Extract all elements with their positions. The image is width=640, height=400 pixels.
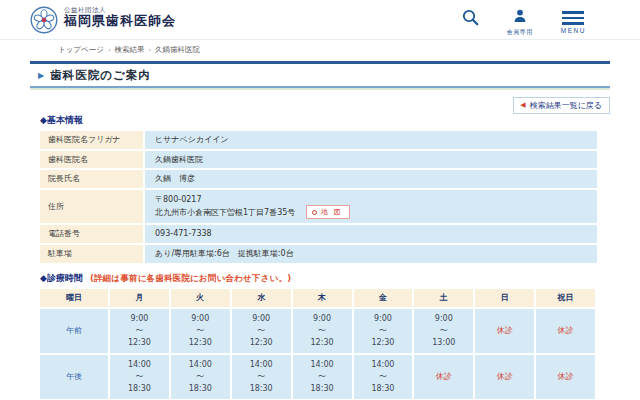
back-arrow-icon: ◀ bbox=[520, 102, 525, 109]
org-name: 福岡県歯科医師会 bbox=[64, 14, 176, 29]
schedule-cell-closed: 休診 bbox=[414, 355, 475, 400]
row-value: ヒサナベシカイイン bbox=[145, 131, 597, 151]
schedule-cell: 9:00〜13:00 bbox=[414, 309, 475, 355]
row-label: 住所 bbox=[40, 190, 145, 226]
schedule-cell: 9:00〜12:30 bbox=[110, 309, 171, 355]
title-arrow-icon: ▶ bbox=[38, 72, 44, 80]
table-row: 駐車場 あり/専用駐車場:6台 提携駐車場:0台 bbox=[40, 245, 597, 265]
breadcrumb-current: 久鍋歯科医院 bbox=[155, 45, 200, 54]
basic-info-table: 歯科医院名フリガナ ヒサナベシカイイン 歯科医院名 久鍋歯科医院 院長氏名 久鍋… bbox=[40, 131, 597, 265]
schedule-cell: 9:00〜12:30 bbox=[232, 309, 293, 355]
row-label: 歯科医院名フリガナ bbox=[40, 131, 145, 151]
member-area-button[interactable]: 会員専用 bbox=[507, 9, 533, 37]
title-bar: ▶ 歯科医院のご案内 bbox=[30, 61, 610, 88]
schedule-table: 曜日 月 火 水 木 金 土 日 祝日 午前 9:00〜12:30 9:00〜1… bbox=[40, 289, 597, 400]
schedule-cell: 14:00〜18:30 bbox=[171, 355, 232, 400]
map-button-label: 地 図 bbox=[321, 207, 343, 217]
row-value: 久鍋 博彦 bbox=[145, 170, 597, 190]
breadcrumb-separator: › bbox=[108, 46, 111, 54]
column-header: 金 bbox=[354, 289, 415, 309]
menu-button[interactable]: MENU bbox=[561, 9, 586, 34]
schedule-heading-label: ◆診療時間 bbox=[40, 272, 83, 285]
column-header: 日 bbox=[475, 289, 536, 309]
breadcrumb-separator: › bbox=[149, 46, 152, 54]
site-header: 公益社団法人 福岡県歯科医師会 bbox=[0, 0, 640, 40]
schedule-header-row: 曜日 月 火 水 木 金 土 日 祝日 bbox=[40, 289, 597, 309]
column-header: 月 bbox=[110, 289, 171, 309]
back-row: ◀ 検索結果一覧に戻る bbox=[30, 92, 610, 107]
schedule-cell-closed: 休診 bbox=[536, 309, 597, 355]
breadcrumb-home[interactable]: トップページ bbox=[58, 45, 104, 54]
schedule-row-afternoon: 午後 14:00〜18:30 14:00〜18:30 14:00〜18:30 1… bbox=[40, 355, 597, 400]
column-header: 祝日 bbox=[536, 289, 597, 309]
schedule-heading: ◆診療時間 (詳細は事前に各歯科医院にお問い合わせ下さい。) bbox=[40, 272, 610, 285]
breadcrumb-search-results[interactable]: 検索結果 bbox=[115, 45, 145, 54]
street-address-line: 北九州市小倉南区下曽根1丁目7番35号 地 図 bbox=[155, 205, 591, 219]
back-to-results-link[interactable]: ◀ 検索結果一覧に戻る bbox=[513, 97, 610, 114]
schedule-cell: 9:00〜12:30 bbox=[293, 309, 354, 355]
page: 公益社団法人 福岡県歯科医師会 bbox=[0, 0, 640, 400]
schedule-row-morning: 午前 9:00〜12:30 9:00〜12:30 9:00〜12:30 9:00… bbox=[40, 309, 597, 355]
member-area-label: 会員専用 bbox=[507, 28, 533, 37]
row-label: 歯科医院名 bbox=[40, 151, 145, 171]
page-title: 歯科医院のご案内 bbox=[50, 68, 151, 83]
schedule-cell: 14:00〜18:30 bbox=[110, 355, 171, 400]
column-header: 水 bbox=[232, 289, 293, 309]
row-label: 電話番号 bbox=[40, 225, 145, 245]
row-value: 〒800-0217 北九州市小倉南区下曽根1丁目7番35号 地 図 bbox=[145, 190, 597, 226]
basic-info-heading-label: ◆基本情報 bbox=[40, 114, 83, 127]
column-header: 土 bbox=[414, 289, 475, 309]
back-link-label: 検索結果一覧に戻る bbox=[530, 100, 602, 111]
menu-label: MENU bbox=[561, 27, 586, 34]
hamburger-icon bbox=[562, 9, 584, 25]
row-label: 駐車場 bbox=[40, 245, 145, 265]
search-icon bbox=[462, 9, 479, 29]
schedule-cell: 14:00〜18:30 bbox=[232, 355, 293, 400]
schedule-cell: 14:00〜18:30 bbox=[293, 355, 354, 400]
schedule-note: (詳細は事前に各歯科医院にお問い合わせ下さい。) bbox=[90, 273, 291, 285]
schedule-row-label: 午前 bbox=[40, 309, 110, 355]
schedule-cell: 14:00〜18:30 bbox=[354, 355, 415, 400]
table-row: 院長氏名 久鍋 博彦 bbox=[40, 170, 597, 190]
org-logo-link[interactable]: 公益社団法人 福岡県歯科医師会 bbox=[30, 6, 176, 38]
phone-number: 093-471-7338 bbox=[145, 225, 597, 245]
table-row: 歯科医院名フリガナ ヒサナベシカイイン bbox=[40, 131, 597, 151]
schedule-cell-closed: 休診 bbox=[475, 309, 536, 355]
basic-info-heading: ◆基本情報 bbox=[40, 114, 610, 127]
column-header: 火 bbox=[171, 289, 232, 309]
schedule-cell: 9:00〜12:30 bbox=[354, 309, 415, 355]
schedule-cell-closed: 休診 bbox=[475, 355, 536, 400]
header-actions: 会員専用 MENU bbox=[462, 6, 614, 37]
row-value: あり/専用駐車場:6台 提携駐車場:0台 bbox=[145, 245, 597, 265]
org-logo-icon bbox=[30, 6, 58, 38]
search-button[interactable] bbox=[462, 9, 479, 29]
org-text: 公益社団法人 福岡県歯科医師会 bbox=[64, 6, 176, 29]
table-row: 電話番号 093-471-7338 bbox=[40, 225, 597, 245]
schedule-cell: 9:00〜12:30 bbox=[171, 309, 232, 355]
person-icon bbox=[513, 9, 527, 26]
postal-code: 〒800-0217 bbox=[155, 194, 591, 206]
schedule-cell-closed: 休診 bbox=[536, 355, 597, 400]
column-header: 木 bbox=[293, 289, 354, 309]
row-value: 久鍋歯科医院 bbox=[145, 151, 597, 171]
row-label: 院長氏名 bbox=[40, 170, 145, 190]
table-row: 歯科医院名 久鍋歯科医院 bbox=[40, 151, 597, 171]
map-marker-icon bbox=[312, 210, 317, 215]
table-row: 住所 〒800-0217 北九州市小倉南区下曽根1丁目7番35号 地 図 bbox=[40, 190, 597, 226]
breadcrumb: トップページ›検索結果›久鍋歯科医院 bbox=[58, 45, 610, 55]
street-address: 北九州市小倉南区下曽根1丁目7番35号 bbox=[155, 208, 295, 217]
map-button[interactable]: 地 図 bbox=[306, 205, 350, 219]
column-header: 曜日 bbox=[40, 289, 110, 309]
schedule-row-label: 午後 bbox=[40, 355, 110, 400]
